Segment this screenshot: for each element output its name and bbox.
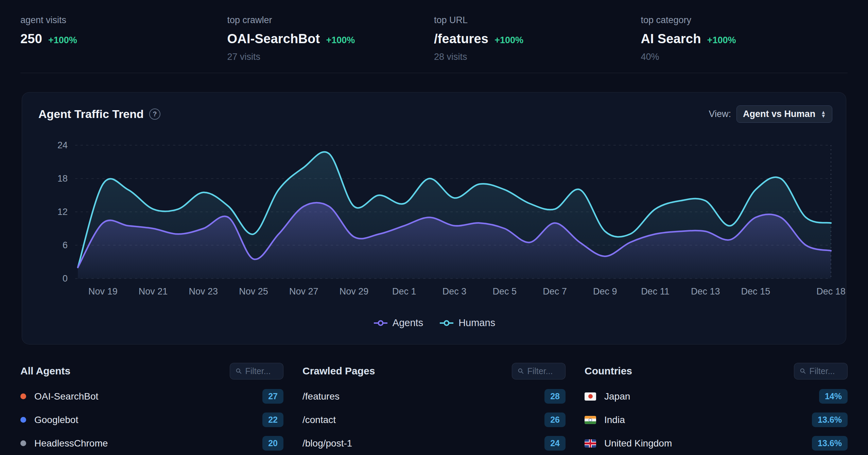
agent-row[interactable]: Googlebot 22 bbox=[20, 408, 283, 432]
view-select-value: Agent vs Human bbox=[743, 109, 815, 119]
svg-text:Nov 25: Nov 25 bbox=[239, 286, 268, 297]
count-badge: 22 bbox=[262, 412, 283, 427]
stat-agent-visits: agent visits 250 +100% bbox=[20, 15, 227, 63]
stat-label: top URL bbox=[434, 15, 641, 26]
traffic-trend-card: Agent Traffic Trend ? View: Agent vs Hum… bbox=[22, 92, 846, 344]
stat-delta: +100% bbox=[707, 35, 736, 46]
svg-text:Dec 13: Dec 13 bbox=[691, 286, 720, 297]
svg-text:Nov 29: Nov 29 bbox=[340, 286, 369, 297]
search-icon bbox=[800, 367, 806, 375]
stats-row: agent visits 250 +100% top crawler OAI-S… bbox=[0, 0, 868, 63]
stat-top-crawler: top crawler OAI-SearchBot +100% 27 visit… bbox=[227, 15, 434, 63]
legend-label: Humans bbox=[458, 317, 495, 328]
traffic-trend-chart: 06121824Nov 19Nov 21Nov 23Nov 25Nov 27No… bbox=[22, 92, 846, 344]
panel-title: Crawled Pages bbox=[302, 365, 375, 377]
agent-dot bbox=[20, 393, 26, 399]
svg-text:Dec 18: Dec 18 bbox=[816, 286, 846, 297]
pages-filter bbox=[512, 363, 566, 380]
search-icon bbox=[236, 367, 242, 375]
humans-legend-marker bbox=[439, 320, 454, 326]
japan-flag-icon bbox=[585, 392, 596, 401]
agent-name: OAI-SearchBot bbox=[34, 391, 98, 402]
svg-text:24: 24 bbox=[57, 140, 68, 150]
agent-dot bbox=[20, 440, 26, 446]
count-badge: 20 bbox=[262, 436, 283, 451]
svg-text:6: 6 bbox=[63, 240, 68, 250]
legend-item-humans[interactable]: Humans bbox=[439, 317, 495, 328]
countries-filter bbox=[794, 363, 848, 380]
countries-panel: Countries Japan 14% bbox=[585, 361, 848, 455]
percent-badge: 13.6% bbox=[812, 412, 848, 427]
stat-value: /features bbox=[434, 32, 488, 46]
svg-text:Dec 7: Dec 7 bbox=[543, 286, 567, 297]
stat-top-url: top URL /features +100% 28 visits bbox=[434, 15, 641, 63]
pages-filter-input[interactable] bbox=[527, 366, 560, 376]
svg-text:Dec 11: Dec 11 bbox=[641, 286, 670, 297]
agent-row[interactable]: HeadlessChrome 20 bbox=[20, 432, 283, 455]
agent-row[interactable]: OAI-SearchBot 27 bbox=[20, 385, 283, 408]
chart-title: Agent Traffic Trend bbox=[38, 107, 144, 121]
stat-delta: +100% bbox=[48, 35, 77, 46]
svg-text:0: 0 bbox=[63, 273, 68, 284]
stat-label: top category bbox=[641, 15, 848, 26]
count-badge: 27 bbox=[262, 389, 283, 404]
count-badge: 28 bbox=[544, 389, 566, 404]
stat-delta: +100% bbox=[326, 35, 355, 46]
stat-sub: 40% bbox=[641, 52, 848, 63]
india-flag-icon bbox=[585, 416, 596, 424]
agent-dot bbox=[20, 417, 26, 423]
select-arrows-icon: ▲▼ bbox=[821, 111, 826, 118]
svg-text:Dec 9: Dec 9 bbox=[593, 286, 617, 297]
stat-top-category: top category AI Search +100% 40% bbox=[641, 15, 848, 63]
chart-legend: Agents Humans bbox=[22, 317, 846, 328]
agents-filter bbox=[230, 363, 283, 380]
view-select-dropdown[interactable]: Agent vs Human ▲▼ bbox=[736, 105, 832, 123]
page-row[interactable]: /blog/post-1 24 bbox=[302, 432, 566, 455]
svg-text:Nov 21: Nov 21 bbox=[139, 286, 168, 297]
countries-filter-input[interactable] bbox=[809, 366, 842, 376]
page-path: /features bbox=[302, 391, 340, 402]
agents-filter-input[interactable] bbox=[245, 366, 278, 376]
svg-text:Nov 27: Nov 27 bbox=[289, 286, 318, 297]
country-row[interactable]: Japan 14% bbox=[585, 385, 848, 408]
percent-badge: 14% bbox=[819, 389, 848, 404]
page-row[interactable]: /contact 26 bbox=[302, 408, 566, 432]
count-badge: 24 bbox=[544, 436, 566, 451]
legend-label: Agents bbox=[393, 317, 423, 328]
united-kingdom-flag-icon bbox=[585, 439, 596, 448]
country-row[interactable]: United Kingdom 13.6% bbox=[585, 432, 848, 455]
help-icon[interactable]: ? bbox=[149, 108, 160, 120]
svg-text:Dec 1: Dec 1 bbox=[392, 286, 416, 297]
svg-text:18: 18 bbox=[57, 173, 68, 184]
lists-row: All Agents OAI-SearchBot 27 bbox=[0, 344, 868, 455]
search-icon bbox=[518, 367, 524, 375]
percent-badge: 13.6% bbox=[812, 436, 848, 451]
country-name: Japan bbox=[604, 391, 630, 402]
stat-sub bbox=[20, 52, 227, 63]
country-name: United Kingdom bbox=[604, 438, 672, 449]
stat-sub: 27 visits bbox=[227, 52, 434, 63]
crawled-pages-panel: Crawled Pages /features 28 bbox=[302, 361, 566, 455]
svg-text:Dec 15: Dec 15 bbox=[741, 286, 770, 297]
stat-value: AI Search bbox=[641, 32, 701, 46]
agent-analytics-dashboard: agent visits 250 +100% top crawler OAI-S… bbox=[0, 0, 868, 455]
page-path: /contact bbox=[302, 415, 336, 425]
page-path: /blog/post-1 bbox=[302, 438, 352, 449]
svg-text:Nov 23: Nov 23 bbox=[189, 286, 218, 297]
agents-legend-marker bbox=[373, 320, 388, 326]
all-agents-panel: All Agents OAI-SearchBot 27 bbox=[20, 361, 283, 455]
page-row[interactable]: /features 28 bbox=[302, 385, 566, 408]
country-row[interactable]: India 13.6% bbox=[585, 408, 848, 432]
agent-name: HeadlessChrome bbox=[34, 438, 108, 449]
svg-text:Dec 3: Dec 3 bbox=[442, 286, 467, 297]
panel-title: Countries bbox=[585, 365, 632, 377]
stat-label: agent visits bbox=[20, 15, 227, 26]
count-badge: 26 bbox=[544, 412, 566, 427]
svg-text:Nov 19: Nov 19 bbox=[88, 286, 118, 297]
stats-divider bbox=[20, 73, 848, 73]
svg-text:12: 12 bbox=[57, 207, 68, 217]
country-name: India bbox=[604, 415, 625, 425]
stat-sub: 28 visits bbox=[434, 52, 641, 63]
stat-delta: +100% bbox=[494, 35, 523, 46]
legend-item-agents[interactable]: Agents bbox=[373, 317, 423, 328]
